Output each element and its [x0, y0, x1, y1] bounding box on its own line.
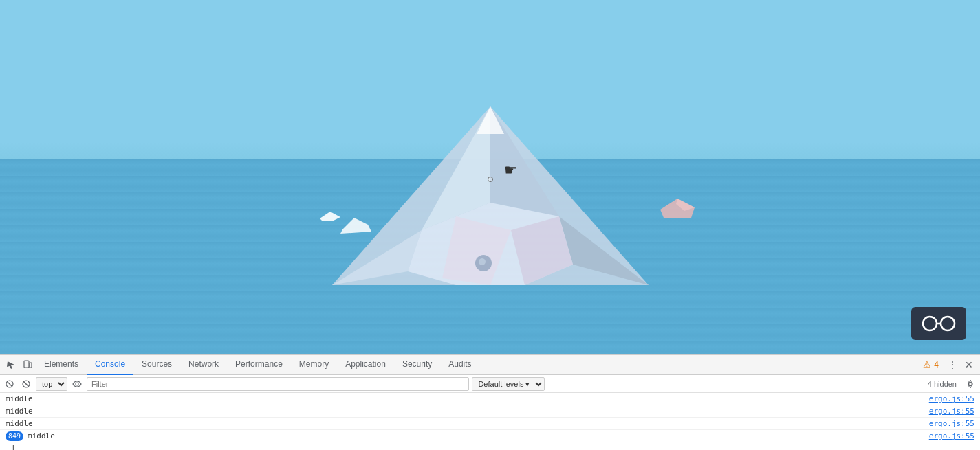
svg-rect-18 — [24, 361, 29, 368]
svg-rect-16 — [941, 317, 955, 330]
log-source-3[interactable]: ergo.js:55 — [929, 419, 974, 428]
log-repeat-badge: 849 — [6, 431, 23, 441]
console-settings-button[interactable] — [963, 377, 977, 391]
svg-marker-12 — [340, 218, 371, 234]
tab-elements[interactable]: Elements — [36, 355, 87, 375]
game-viewport: ☛ — [0, 0, 980, 354]
tab-performance[interactable]: Performance — [227, 355, 291, 375]
tab-security[interactable]: Security — [394, 355, 440, 375]
target-crosshair — [488, 177, 493, 182]
clear-console-button[interactable] — [3, 377, 17, 391]
log-row: 849 middle ergo.js:55 — [0, 430, 980, 442]
warning-icon: ⚠ — [923, 359, 931, 370]
more-options-button[interactable]: ⋮ — [944, 357, 961, 373]
ice-chunk-left2 — [337, 214, 378, 237]
svg-point-10 — [479, 258, 486, 265]
ice-chunk-right — [657, 197, 698, 223]
tab-sources[interactable]: Sources — [133, 355, 180, 375]
tab-network[interactable]: Network — [180, 355, 227, 375]
log-source-1[interactable]: ergo.js:55 — [929, 394, 974, 403]
svg-line-23 — [24, 381, 29, 386]
svg-point-24 — [76, 383, 78, 385]
cursor-row: | — [0, 442, 980, 450]
tab-application[interactable]: Application — [337, 355, 394, 375]
context-selector[interactable]: top — [36, 377, 67, 391]
log-levels-selector[interactable]: Default levels ▾ — [472, 377, 545, 391]
svg-rect-15 — [923, 317, 937, 330]
vr-button[interactable] — [911, 307, 966, 340]
console-filter-input[interactable] — [87, 377, 469, 391]
log-text-2: middle — [6, 407, 929, 416]
tab-memory[interactable]: Memory — [291, 355, 337, 375]
svg-rect-19 — [30, 363, 32, 368]
log-text-4: middle — [28, 431, 929, 440]
inspect-element-button[interactable] — [3, 357, 19, 373]
tab-audits[interactable]: Audits — [440, 355, 479, 375]
tab-console[interactable]: Console — [87, 355, 133, 375]
log-source-4[interactable]: ergo.js:55 — [929, 431, 974, 440]
device-toolbar-button[interactable] — [19, 357, 36, 373]
devtools-panel: Elements Console Sources Network Perform… — [0, 354, 980, 450]
console-secondary-toolbar: top Default levels ▾ 4 hidden — [0, 375, 980, 393]
log-text-1: middle — [6, 394, 929, 403]
log-row: middle ergo.js:55 — [0, 405, 980, 418]
console-cursor: | — [6, 444, 21, 450]
warning-badge[interactable]: ⚠ 4 — [917, 359, 944, 370]
log-text-3: middle — [6, 419, 929, 428]
eye-button[interactable] — [70, 377, 84, 391]
log-row: middle ergo.js:55 — [0, 393, 980, 405]
close-devtools-button[interactable]: ✕ — [961, 357, 977, 373]
devtools-tab-bar: Elements Console Sources Network Perform… — [0, 355, 980, 375]
log-row: middle ergo.js:55 — [0, 418, 980, 430]
block-button[interactable] — [19, 377, 33, 391]
svg-line-21 — [8, 382, 12, 386]
iceberg-mountain — [318, 93, 662, 313]
warning-count: 4 — [934, 360, 939, 370]
log-source-2[interactable]: ergo.js:55 — [929, 407, 974, 416]
console-log-area[interactable]: middle ergo.js:55 middle ergo.js:55 midd… — [0, 393, 980, 450]
hidden-count-label: 4 hidden — [924, 380, 961, 388]
svg-marker-1 — [490, 106, 559, 216]
